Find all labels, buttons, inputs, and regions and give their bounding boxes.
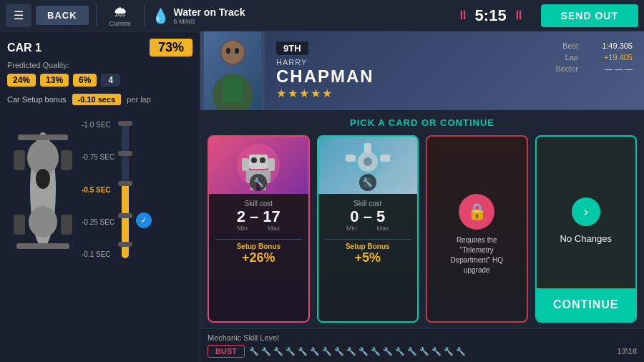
skill-icon-4: 🔧 xyxy=(286,347,296,356)
checkmark-badge: ✓ xyxy=(136,212,152,228)
avatar-svg xyxy=(204,31,261,109)
position-badge: 9TH xyxy=(276,41,308,55)
main-layout: CAR 1 73% Predicted Quality: 24% 13% 6% … xyxy=(0,31,644,362)
car-image-area xyxy=(7,111,79,268)
driver-details: 9TH HARRY CHAPMAN ★★★★★ xyxy=(265,31,544,109)
stat-row-lap: Lap +19.405 xyxy=(555,53,633,62)
driver-last-name: CHAPMAN xyxy=(276,67,532,87)
back-button[interactable]: BACK xyxy=(36,6,89,25)
skill-count: 13\18 xyxy=(617,347,637,356)
slider-label-active: -0.5 SEC xyxy=(82,186,114,194)
skill-icon-16: 🔧 xyxy=(431,347,441,356)
timer-section: ⏸ 5:15 ⏸ xyxy=(457,6,525,25)
card-2-divider xyxy=(324,239,412,240)
stat-row-sector: Sector — — — xyxy=(555,64,633,73)
top-bar: ☰ BACK 🌧 Current 💧 Water on Track 6 MINS… xyxy=(0,0,644,31)
skill-icon-15: 🔧 xyxy=(419,347,429,356)
slider-thumb-active[interactable] xyxy=(118,181,132,186)
slider-label-4: -0.25 SEC xyxy=(82,218,114,226)
skill-icon-1: 🔧 xyxy=(249,347,259,356)
skill-icon-7: 🔧 xyxy=(322,347,332,356)
setup-bonus-value: -0.10 secs xyxy=(72,94,122,105)
lap-label: Lap xyxy=(565,53,578,62)
card-1[interactable]: 🔧 Skill cost 2 – 17 Min Max Setup Bonus … xyxy=(208,135,310,323)
card-4-top: › No Changes xyxy=(560,137,612,288)
car-header: CAR 1 73% xyxy=(7,39,192,57)
svg-rect-5 xyxy=(14,150,25,170)
skill-icon-13: 🔧 xyxy=(395,347,405,356)
card-1-bonus-label: Setup Bonus xyxy=(236,243,280,250)
card-3-locked: 🔒 Requires the "Telemetry Department" HQ… xyxy=(426,135,528,323)
mechanic-bar-row: BUST 🔧🔧🔧🔧🔧🔧🔧🔧🔧🔧🔧🔧🔧🔧🔧🔧🔧🔧 13\18 xyxy=(208,345,637,358)
quality-badge: 73% xyxy=(150,39,192,57)
checkmark-area: ✓ xyxy=(136,111,152,268)
no-changes-label: No Changes xyxy=(560,233,612,244)
setup-bonus-label: Car Setup bonus xyxy=(7,95,67,104)
pct-badge-3: 6% xyxy=(73,74,97,87)
svg-point-2 xyxy=(29,206,57,238)
mechanic-row: Mechanic Skill Level BUST 🔧🔧🔧🔧🔧🔧🔧🔧🔧🔧🔧🔧🔧🔧… xyxy=(200,328,644,362)
skill-icon-5: 🔧 xyxy=(298,347,308,356)
slider-thumb-4[interactable] xyxy=(118,213,132,218)
car-slider-area: -1.0 SEC -0.75 SEC -0.5 SEC -0.25 SEC -0… xyxy=(7,111,192,268)
pick-card-title: PICK A CARD OR CONTINUE xyxy=(200,110,644,135)
driver-first-name: HARRY xyxy=(276,58,532,67)
card-2-body: Skill cost 0 – 5 Min Max Setup Bonus +5% xyxy=(318,194,418,321)
slider-thumb-2[interactable] xyxy=(118,151,132,156)
card-1-image: 🔧 xyxy=(209,137,308,194)
pause-icon-right[interactable]: ⏸ xyxy=(512,8,525,23)
slider-thumb-5[interactable] xyxy=(118,242,132,247)
card-1-max-label: Max xyxy=(268,225,280,232)
right-panel: 9TH HARRY CHAPMAN ★★★★★ Best 1:49.305 La… xyxy=(200,31,644,362)
separator-1 xyxy=(96,5,97,26)
card-1-body: Skill cost 2 – 17 Min Max Setup Bonus +2… xyxy=(209,194,308,321)
card-2[interactable]: 🔧 Skill cost 0 – 5 Min Max Setup Bonus +… xyxy=(317,135,419,323)
slider-label-2: -0.75 SEC xyxy=(82,153,114,161)
pause-icon-left[interactable]: ⏸ xyxy=(457,8,469,23)
svg-rect-3 xyxy=(18,134,68,140)
best-label: Best xyxy=(562,41,578,50)
card-2-skill-value: 0 – 5 xyxy=(350,209,385,225)
card-1-skill-sub: Min Max xyxy=(237,225,280,232)
card-2-max-label: Max xyxy=(377,225,389,232)
send-out-button[interactable]: SEND OUT xyxy=(541,4,638,27)
skill-icon-2: 🔧 xyxy=(261,347,271,356)
separator-2 xyxy=(144,5,145,26)
card-2-image: 🔧 xyxy=(318,137,418,194)
driver-stars: ★★★★★ xyxy=(276,87,532,100)
menu-button[interactable]: ☰ xyxy=(6,4,31,27)
left-panel: CAR 1 73% Predicted Quality: 24% 13% 6% … xyxy=(0,31,200,362)
pct-badge-2: 13% xyxy=(40,74,69,87)
svg-point-15 xyxy=(226,48,230,54)
skill-icons: 🔧🔧🔧🔧🔧🔧🔧🔧🔧🔧🔧🔧🔧🔧🔧🔧🔧🔧 xyxy=(249,347,610,356)
slider-track-area[interactable] xyxy=(117,111,133,268)
svg-point-28 xyxy=(364,157,372,166)
svg-point-14 xyxy=(221,41,244,64)
svg-point-9 xyxy=(36,169,50,189)
svg-rect-8 xyxy=(61,215,72,235)
skill-icon-17: 🔧 xyxy=(444,347,454,356)
sector-value: — — — xyxy=(590,64,633,73)
setup-bonus-row: Car Setup bonus -0.10 secs per lap xyxy=(7,94,192,105)
weather-current: 🌧 Current xyxy=(104,4,137,27)
slider-label-1: -1.0 SEC xyxy=(82,121,114,129)
lap-value: +19.405 xyxy=(590,53,633,62)
pick-card-highlight: CARD xyxy=(389,117,419,128)
svg-point-16 xyxy=(235,48,239,54)
card-2-bonus-value: +5% xyxy=(354,250,381,265)
slider-thumb-1[interactable] xyxy=(118,121,132,126)
weather-icon: 🌧 xyxy=(113,4,127,20)
card-1-min-label: Min xyxy=(237,225,248,232)
svg-rect-13 xyxy=(223,77,243,102)
svg-rect-32 xyxy=(346,155,356,162)
slider-track[interactable] xyxy=(122,121,129,258)
water-track-sub: 6 MINS xyxy=(174,18,245,25)
card-2-skill-label: Skill cost xyxy=(353,200,381,207)
card-4-continue[interactable]: › No Changes CONTINUE xyxy=(535,135,638,323)
svg-rect-29 xyxy=(364,143,371,153)
skill-icon-10: 🔧 xyxy=(358,347,369,356)
arrow-circle[interactable]: › xyxy=(572,197,600,226)
svg-rect-30 xyxy=(380,155,390,162)
continue-button[interactable]: CONTINUE xyxy=(537,288,636,321)
timer-display: 5:15 xyxy=(475,6,507,25)
